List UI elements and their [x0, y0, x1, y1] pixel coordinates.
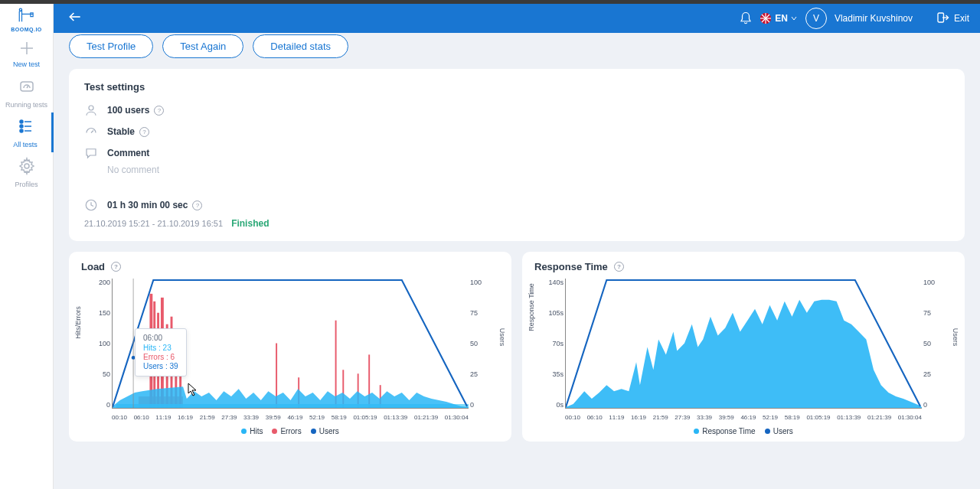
- svg-rect-3: [21, 82, 33, 91]
- sidebar-item-label: Profiles: [15, 181, 38, 188]
- tooltip-time: 06:00: [143, 334, 178, 342]
- app-logo[interactable]: BOOMQ.IO: [0, 4, 54, 33]
- exit-label: Exit: [954, 13, 969, 24]
- load-chart[interactable]: Hits/Errors Users 200 150 100 50 0 100 7…: [81, 279, 499, 424]
- gauge-icon: [18, 77, 36, 99]
- duration-value: 01 h 30 min 00 sec: [107, 200, 188, 210]
- sidebar-item-new-test[interactable]: New test: [0, 33, 54, 73]
- y-left-ticks: 140s 105s 70s 35s 0s: [542, 279, 564, 409]
- notifications-button[interactable]: [739, 11, 753, 25]
- load-legend: Hits Errors Users: [81, 427, 499, 435]
- svg-point-5: [20, 120, 23, 123]
- duration-row: 01 h 30 min 00 sec ?: [84, 198, 949, 212]
- legend-dot: [694, 429, 699, 434]
- detailed-stats-button[interactable]: Detailed stats: [253, 34, 348, 58]
- y-axis-left-label: Response Time: [528, 283, 535, 331]
- date-range-text: 21.10.2019 15:21 - 21.10.2019 16:51: [84, 219, 223, 228]
- svg-point-20: [89, 106, 93, 110]
- legend-dot: [311, 429, 316, 434]
- list-sliders-icon: [16, 117, 34, 139]
- y-axis-right-label: Users: [952, 328, 959, 347]
- legend-dot: [765, 429, 770, 434]
- card-title: Test settings: [84, 81, 949, 93]
- y-axis-right-label: Users: [498, 328, 506, 347]
- y-axis-left-label: Hits/Errors: [74, 306, 82, 339]
- username: Vladimir Kuvshinov: [835, 13, 913, 24]
- legend-dot: [272, 429, 277, 434]
- svg-rect-34: [335, 321, 337, 408]
- user-icon: [84, 103, 98, 117]
- y-right-ticks: 100 75 50 25 0: [923, 279, 945, 409]
- chevron-down-icon: [790, 15, 798, 22]
- x-ticks: 00:10 06:10 11:19 16:19 21:59 27:39 33:3…: [112, 414, 469, 421]
- test-settings-card: Test settings 100 users ? Stable ? Comme…: [69, 69, 965, 241]
- action-row: Test Profile Test Again Detailed stats: [69, 34, 965, 58]
- test-profile-button[interactable]: Test Profile: [69, 34, 153, 58]
- y-right-ticks: 100 75 50 25 0: [470, 279, 492, 409]
- info-icon[interactable]: ?: [139, 127, 149, 137]
- svg-line-4: [27, 86, 28, 88]
- flag-icon: [760, 13, 771, 24]
- date-range: 21.10.2019 15:21 - 21.10.2019 16:51 Fini…: [84, 218, 949, 229]
- sidebar-item-profiles[interactable]: Profiles: [0, 152, 54, 192]
- chart-title: Response Time ?: [534, 261, 952, 272]
- stability-row: Stable ?: [84, 125, 949, 139]
- tooltip-errors: Errors : 6: [143, 353, 178, 361]
- gear-icon: [18, 157, 36, 178]
- users-row: 100 users ?: [84, 103, 949, 117]
- rt-legend: Response Time Users: [534, 427, 952, 435]
- sidebar-item-label: New test: [13, 60, 40, 68]
- legend-item-users[interactable]: Users: [311, 427, 339, 435]
- chart-title: Load ?: [81, 261, 499, 272]
- svg-point-7: [20, 125, 23, 128]
- legend-dot: [241, 429, 247, 434]
- users-value: 100 users: [107, 105, 149, 116]
- chart-title-text: Load: [81, 261, 105, 272]
- rt-plot: [565, 279, 922, 409]
- svg-point-0: [19, 8, 21, 11]
- sidebar-item-label: Running tests: [5, 101, 47, 109]
- legend-item-rt[interactable]: Response Time: [694, 427, 755, 435]
- x-ticks: 00:10 06:10 11:19 16:19 21:59 27:39 33:3…: [565, 414, 922, 421]
- comment-row: Comment: [84, 146, 949, 160]
- back-button[interactable]: [64, 6, 86, 31]
- no-comment-text: No comment: [107, 165, 949, 175]
- y-left-ticks: 200 150 100 50 0: [89, 279, 110, 409]
- content: Test Profile Test Again Detailed stats T…: [54, 33, 980, 489]
- comment-icon: [84, 146, 98, 160]
- comment-label: Comment: [107, 148, 149, 158]
- sidebar-item-running-tests[interactable]: Running tests: [0, 73, 54, 112]
- info-icon[interactable]: ?: [192, 200, 202, 210]
- sidebar: BOOMQ.IO New test Running tests All test…: [0, 4, 54, 489]
- avatar[interactable]: V: [805, 8, 827, 29]
- chart-title-text: Response Time: [534, 261, 608, 272]
- charts-row: Load ? Hits/Errors Users 200 150 100 50 …: [69, 252, 965, 442]
- stability-value: Stable: [107, 126, 135, 137]
- language-label: EN: [775, 13, 788, 24]
- legend-item-errors[interactable]: Errors: [272, 427, 301, 435]
- status-badge: Finished: [231, 218, 269, 229]
- boomq-logo-icon: [17, 8, 37, 26]
- chart-tooltip: 06:00 Hits : 23 Errors : 6 Users : 39: [135, 328, 187, 377]
- rt-chart[interactable]: Response Time Users 140s 105s 70s 35s 0s…: [534, 279, 952, 424]
- legend-item-hits[interactable]: Hits: [241, 427, 263, 435]
- svg-point-9: [20, 129, 23, 132]
- plus-icon: [17, 38, 37, 58]
- load-chart-card: Load ? Hits/Errors Users 200 150 100 50 …: [69, 252, 511, 442]
- language-selector[interactable]: EN: [760, 13, 798, 24]
- test-again-button[interactable]: Test Again: [162, 34, 243, 58]
- info-icon[interactable]: ?: [154, 106, 164, 116]
- tooltip-users: Users : 39: [143, 362, 178, 370]
- sidebar-item-all-tests[interactable]: All tests: [0, 112, 54, 152]
- tooltip-hits: Hits : 23: [143, 344, 178, 352]
- header: EN V Vladimir Kuvshinov Exit: [54, 4, 980, 33]
- exit-button[interactable]: Exit: [936, 11, 969, 27]
- sidebar-item-label: All tests: [13, 141, 38, 148]
- svg-point-11: [24, 164, 29, 168]
- info-icon[interactable]: ?: [111, 262, 121, 272]
- clock-icon: [84, 198, 98, 212]
- stability-icon: [84, 125, 98, 139]
- response-time-chart-card: Response Time ? Response Time Users 140s…: [522, 252, 965, 442]
- info-icon[interactable]: ?: [614, 262, 624, 272]
- legend-item-users[interactable]: Users: [765, 427, 793, 435]
